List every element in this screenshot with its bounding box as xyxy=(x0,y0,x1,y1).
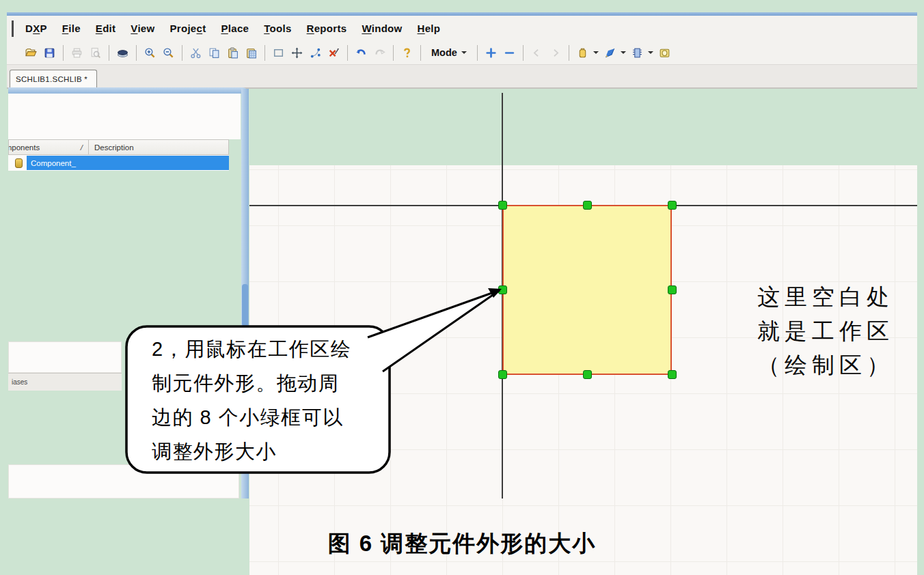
menu-bar: DXPFileEditViewProjectPlaceToolsReportsW… xyxy=(7,16,917,41)
paste-array-icon[interactable] xyxy=(243,44,260,61)
toolbar-separator xyxy=(477,45,478,61)
drawing-tools-icon[interactable] xyxy=(601,44,619,61)
resize-handle[interactable] xyxy=(583,201,592,210)
document-tab-strip: SCHLIB1.SCHLIB * xyxy=(7,65,917,89)
resize-handle[interactable] xyxy=(498,285,507,294)
print-icon[interactable] xyxy=(68,44,85,61)
library-panel-list-area xyxy=(8,341,122,373)
menu-file[interactable]: File xyxy=(55,23,88,34)
layers-icon[interactable] xyxy=(114,44,131,61)
application-screenshot: DXPFileEditViewProjectPlaceToolsReportsW… xyxy=(7,12,917,499)
document-tab[interactable]: SCHLIB1.SCHLIB * xyxy=(10,70,97,88)
menu-project[interactable]: Project xyxy=(162,23,213,34)
bubble-line: 调整外形大小 xyxy=(152,434,377,468)
menu-dxp[interactable]: DXP xyxy=(18,23,55,34)
side-note-line: 就是工作区 xyxy=(744,314,908,348)
chevron-down-icon xyxy=(461,51,467,54)
bubble-line: 2，用鼠标在工作区绘 xyxy=(152,332,377,366)
toolbar-separator xyxy=(136,45,137,61)
paste-icon[interactable] xyxy=(224,44,241,61)
component-body-rectangle[interactable] xyxy=(502,205,672,375)
toolbar-separator xyxy=(63,45,64,61)
clear-marks-icon[interactable] xyxy=(325,44,342,61)
next-part-icon[interactable] xyxy=(547,44,564,61)
aliases-section-header[interactable]: iases xyxy=(8,373,122,391)
figure-caption: 图 6 调整元件外形的大小 xyxy=(0,529,924,559)
side-note-line: 这里空白处 xyxy=(744,280,908,314)
menu-window[interactable]: Window xyxy=(354,23,409,34)
chevron-down-icon[interactable] xyxy=(648,51,653,54)
snap-dots-icon[interactable] xyxy=(307,44,324,61)
components-column-label: Components xyxy=(9,143,40,152)
move-cross-icon[interactable] xyxy=(288,44,305,61)
description-column-header[interactable]: Description xyxy=(89,143,134,152)
components-column-header[interactable]: Components / xyxy=(9,140,88,154)
sort-indicator: / xyxy=(81,143,83,152)
library-panel-bottom-area xyxy=(8,464,239,499)
toolbar-separator xyxy=(393,45,394,61)
toolbar-separator xyxy=(347,45,348,61)
zoom-in-icon[interactable] xyxy=(141,44,159,61)
bubble-annotation-text: 2，用鼠标在工作区绘 制元件外形。拖动周 边的 8 个小绿框可以 调整外形大小 xyxy=(152,332,377,468)
menu-reports[interactable]: Reports xyxy=(299,23,355,34)
resize-handle[interactable] xyxy=(668,201,677,210)
toolbar-separator xyxy=(569,45,569,61)
bubble-line: 边的 8 个小绿框可以 xyxy=(152,400,377,434)
ic-tools-icon[interactable] xyxy=(629,44,646,61)
menu-tools[interactable]: Tools xyxy=(256,23,299,34)
toolbar: Mode xyxy=(7,41,917,65)
chevron-down-icon[interactable] xyxy=(621,51,626,54)
open-folder-icon[interactable] xyxy=(23,44,40,61)
resize-handle[interactable] xyxy=(498,370,507,379)
toolbar-separator xyxy=(264,45,265,61)
add-part-icon[interactable] xyxy=(483,44,500,61)
select-rect-icon[interactable] xyxy=(270,44,287,61)
cut-icon[interactable] xyxy=(187,44,204,61)
toolbar-separator xyxy=(182,45,182,61)
bubble-line: 制元件外形。拖动周 xyxy=(152,366,377,400)
library-panel-header-area xyxy=(8,94,241,139)
components-list-header: Components / Description xyxy=(8,139,229,155)
library-panel-scrollbar-thumb[interactable] xyxy=(242,284,248,326)
mode-button[interactable]: Mode xyxy=(425,46,473,59)
menu-place[interactable]: Place xyxy=(213,23,256,34)
document-tab-label: SCHLIB1.SCHLIB * xyxy=(16,75,87,83)
selected-component-name: Component_ xyxy=(27,156,229,170)
document-icon[interactable] xyxy=(656,44,673,61)
library-panel-top-border xyxy=(8,87,249,94)
save-icon[interactable] xyxy=(41,44,58,61)
resize-handle[interactable] xyxy=(668,285,677,294)
component-list-row[interactable]: Component_ xyxy=(8,155,229,171)
menu-view[interactable]: View xyxy=(123,23,162,34)
remove-part-icon[interactable] xyxy=(501,44,518,61)
resize-handle[interactable] xyxy=(498,201,507,210)
menu-edit[interactable]: Edit xyxy=(88,23,124,34)
undo-icon[interactable] xyxy=(353,44,370,61)
menubar-grip[interactable] xyxy=(12,20,14,37)
redo-icon[interactable] xyxy=(371,44,388,61)
new-component-icon[interactable] xyxy=(574,44,591,61)
copy-icon[interactable] xyxy=(206,44,223,61)
toolbar-separator xyxy=(523,45,524,61)
prev-part-icon[interactable] xyxy=(528,44,545,61)
chevron-down-icon[interactable] xyxy=(593,51,599,54)
toolbar-separator xyxy=(420,45,421,61)
side-note-line: （绘制区） xyxy=(744,348,908,382)
print-preview-icon[interactable] xyxy=(87,44,104,61)
menu-help[interactable]: Help xyxy=(410,23,448,34)
resize-handle[interactable] xyxy=(583,370,592,379)
mode-button-label: Mode xyxy=(431,47,457,58)
component-icon xyxy=(15,158,23,168)
toolbar-separator xyxy=(109,45,109,61)
help-question-icon[interactable] xyxy=(398,44,416,61)
zoom-out-icon[interactable] xyxy=(160,44,177,61)
resize-handle[interactable] xyxy=(668,370,677,379)
workspace-annotation-text: 这里空白处 就是工作区 （绘制区） xyxy=(744,280,908,382)
